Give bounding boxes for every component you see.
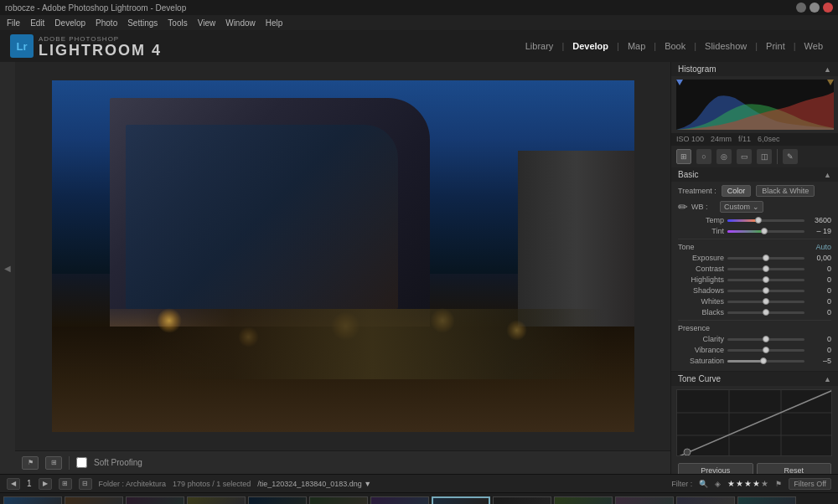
filmstrip-thumb-7[interactable]: ★★★★ xyxy=(370,496,429,505)
tint-slider-row: Tint – 19 xyxy=(678,227,831,235)
app-logo: Lr ADOBE PHOTOSHOP LIGHTROOM 4 xyxy=(10,34,162,58)
menu-view[interactable]: View xyxy=(198,18,216,28)
blacks-slider[interactable] xyxy=(727,311,804,314)
page-number: 1 xyxy=(27,479,32,488)
svg-point-7 xyxy=(684,449,691,455)
eyedropper-tool[interactable]: ✏ xyxy=(678,200,688,213)
maximize-button[interactable] xyxy=(810,3,820,13)
filmstrip-thumb-3[interactable]: ★★★ xyxy=(126,496,184,505)
module-develop[interactable]: Develop xyxy=(567,39,613,53)
titlebar-controls xyxy=(796,3,833,13)
temp-slider[interactable] xyxy=(727,219,804,222)
filters-off-button[interactable]: Filters Off xyxy=(789,478,831,490)
filmstrip-thumb-9[interactable]: ★★★★ xyxy=(493,496,551,505)
wb-row: ✏ WB : Custom ⌄ xyxy=(678,200,831,213)
titlebar-text: robocze - Adobe Photoshop Lightroom - De… xyxy=(5,3,186,13)
filmstrip-thumb-10[interactable]: ★★★ xyxy=(554,496,613,505)
app-title: ADOBE PHOTOSHOP LIGHTROOM 4 xyxy=(39,35,162,58)
count-label: 179 photos / 1 selected xyxy=(173,480,251,488)
spot-removal-tool[interactable]: ○ xyxy=(696,149,711,164)
crop-tool[interactable]: ⊞ xyxy=(676,149,691,164)
basic-collapse-arrow[interactable]: ▲ xyxy=(824,171,831,179)
filmstrip-thumb-1[interactable]: ★★★★ xyxy=(3,496,62,505)
basic-label: Basic xyxy=(678,170,698,179)
menu-file[interactable]: File xyxy=(7,18,20,28)
minimize-button[interactable] xyxy=(796,3,806,13)
basic-section: Basic ▲ Treatment : Color Black & White … xyxy=(671,167,838,372)
filmstrip-thumb-selected[interactable]: ★★★★ xyxy=(432,496,490,505)
module-web[interactable]: Web xyxy=(799,39,828,53)
radial-filter-tool[interactable]: ◫ xyxy=(757,149,772,164)
auto-button[interactable]: Auto xyxy=(815,243,831,251)
filmstrip-thumb-11[interactable]: ★★★★ xyxy=(615,496,674,505)
tone-curve-canvas xyxy=(676,389,832,456)
color-treatment-button[interactable]: Color xyxy=(722,185,752,197)
contrast-label: Contrast xyxy=(678,265,724,273)
filmstrip-view-button[interactable]: ⊟ xyxy=(79,478,92,490)
basic-header[interactable]: Basic ▲ xyxy=(671,167,838,182)
menu-photo[interactable]: Photo xyxy=(96,18,117,28)
filmstrip-thumb-13[interactable]: ★★★ xyxy=(737,496,796,505)
histogram-header[interactable]: Histogram ▲ xyxy=(671,62,838,76)
next-page-button[interactable]: ▶ xyxy=(39,478,52,490)
wb-label: WB : xyxy=(691,203,716,211)
shadows-slider[interactable] xyxy=(727,290,804,292)
module-print[interactable]: Print xyxy=(761,39,790,53)
filmstrip-thumb-2[interactable]: ★★★★ xyxy=(65,496,123,505)
menu-window[interactable]: Window xyxy=(225,18,256,28)
exif-shutter: 6,0sec xyxy=(758,135,780,143)
menu-develop[interactable]: Develop xyxy=(54,18,85,28)
blacks-label: Blacks xyxy=(678,308,724,316)
vibrance-slider[interactable] xyxy=(727,349,804,352)
whites-slider[interactable] xyxy=(727,301,804,303)
saturation-label: Saturation xyxy=(678,357,724,365)
close-button[interactable] xyxy=(823,3,833,13)
filmstrip-thumb-12[interactable]: ★★★★ xyxy=(676,496,735,505)
star-5: ★ xyxy=(761,479,768,488)
bottom-strip: ◀ 1 ▶ ⊞ ⊟ Folder : Architektura 179 phot… xyxy=(0,474,838,492)
module-navigation: Library | Develop | Map | Book | Slidesh… xyxy=(520,39,828,53)
vibrance-value: 0 xyxy=(808,346,831,354)
reset-button[interactable]: Reset xyxy=(757,463,832,474)
saturation-slider[interactable] xyxy=(727,360,804,363)
brush-tool[interactable]: ✎ xyxy=(783,149,798,164)
filmstrip-thumb-4[interactable]: ★★★★ xyxy=(187,496,246,505)
grid-view-button[interactable]: ⊞ xyxy=(59,478,72,490)
tint-slider[interactable] xyxy=(727,230,804,233)
filename-label[interactable]: /tie_120324_183840_0183.dng ▼ xyxy=(257,480,371,488)
clarity-slider[interactable] xyxy=(727,338,804,341)
module-slideshow[interactable]: Slideshow xyxy=(700,39,752,53)
exif-iso: ISO 100 xyxy=(676,135,704,143)
tone-curve-collapse-arrow[interactable]: ▲ xyxy=(824,375,831,383)
tone-curve-content xyxy=(671,386,838,460)
filmstrip-thumb-6[interactable]: ★★★ xyxy=(309,496,368,505)
module-library[interactable]: Library xyxy=(520,39,559,53)
develop-bottom-buttons: Previous Reset xyxy=(671,460,838,474)
temp-label: Temp xyxy=(678,216,724,224)
exposure-slider[interactable] xyxy=(727,257,804,260)
highlights-slider[interactable] xyxy=(727,279,804,281)
menu-tools[interactable]: Tools xyxy=(168,18,187,28)
module-book[interactable]: Book xyxy=(660,39,691,53)
redeye-tool[interactable]: ◎ xyxy=(716,149,732,164)
module-map[interactable]: Map xyxy=(623,39,650,53)
bw-treatment-button[interactable]: Black & White xyxy=(756,185,815,197)
bottom-toolbar: ⚑ ⊞ Soft Proofing xyxy=(15,450,670,474)
menu-settings[interactable]: Settings xyxy=(127,18,158,28)
filmstrip-thumb-5[interactable]: ★★★★ xyxy=(248,496,307,505)
flag-button[interactable]: ⚑ xyxy=(22,456,39,470)
previous-button[interactable]: Previous xyxy=(678,463,753,474)
tone-curve-header[interactable]: Tone Curve ▲ xyxy=(671,372,838,386)
menu-edit[interactable]: Edit xyxy=(30,18,44,28)
thumb-inner-3 xyxy=(127,497,184,505)
histogram-collapse-arrow[interactable]: ▲ xyxy=(824,65,831,74)
rating-stars: ★ ★ ★ ★ ★ xyxy=(727,479,768,488)
menu-help[interactable]: Help xyxy=(266,18,283,28)
contrast-slider[interactable] xyxy=(727,268,804,270)
prev-page-button[interactable]: ◀ xyxy=(7,478,20,490)
graduated-filter-tool[interactable]: ▭ xyxy=(737,149,752,164)
grid-view-button[interactable]: ⊞ xyxy=(45,456,62,470)
wb-dropdown[interactable]: Custom ⌄ xyxy=(720,201,763,213)
soft-proofing-checkbox[interactable] xyxy=(76,457,87,468)
left-panel-toggle[interactable]: ◀ xyxy=(0,62,15,474)
